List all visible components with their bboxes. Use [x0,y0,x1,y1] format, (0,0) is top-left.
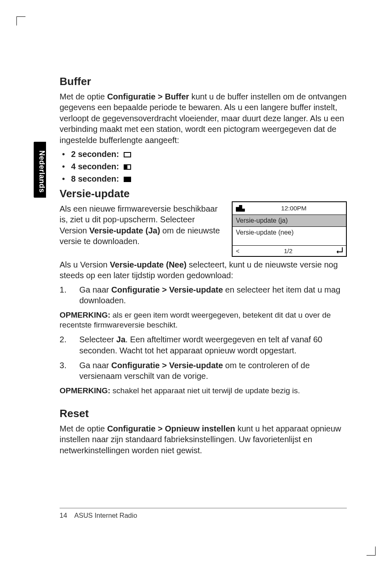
step-path: Configuratie > Versie-update [111,361,223,370]
buffer-path: Configuratie > Buffer [107,92,189,101]
screen-row: Versie-update (nee) [233,227,346,246]
text: Ga naar [79,361,111,370]
screen-back: < [236,247,240,254]
buffer-empty-icon [124,152,131,157]
buffer-label: 4 seconden: [71,162,119,171]
buffer-full-icon [124,177,131,182]
step-3: Ga naar Configuratie > Versie-update om … [60,360,347,382]
buffer-list: 2 seconden: 4 seconden: 8 seconden: [60,148,347,185]
note-1: OPMERKING: als er geen item wordt weerge… [60,310,347,330]
text: schakel het apparaat niet uit terwijl de… [111,386,300,395]
language-tab: Nederlands [34,142,46,198]
screen-row-selected: Versie-update (ja) [233,214,346,227]
version-steps-2: Selecteer Ja. Een afteltimer wordt weerg… [60,334,347,382]
buffer-heading: Buffer [60,75,347,88]
buffer-label: 2 seconden: [71,150,119,159]
screen-time: 12:00PM [245,205,343,212]
text: Ga naar [79,285,111,294]
buffer-item-8s: 8 seconden: [60,173,347,185]
version-nee-bold: Versie-update (Nee) [110,260,187,269]
crop-mark-br [367,547,376,556]
text: Selecteer [79,335,116,344]
buffer-label: 8 seconden: [71,174,119,183]
page-number: 14 [60,512,73,519]
buffer-item-2s: 2 seconden: [60,148,347,160]
page-content: Nederlands Buffer Met de optie Configura… [60,64,347,519]
version-ja-bold: Versie-update (Ja) [89,226,160,235]
reset-heading: Reset [60,407,347,420]
text: Met de optie [60,424,107,433]
buffer-intro: Met de optie Configuratie > Buffer kunt … [60,91,347,145]
note-label: OPMERKING: [60,311,111,319]
step-ja: Ja [116,335,125,344]
buffer-item-4s: 4 seconden: [60,160,347,173]
enter-icon [337,247,343,254]
version-steps-1: Ga naar Configuratie > Versie-update en … [60,284,347,306]
screen-page: 1/2 [240,247,337,254]
note-2: OPMERKING: schakel het apparaat niet uit… [60,386,347,396]
version-nee-text: Als u Version Versie-update (Nee) select… [60,259,347,281]
step-2: Selecteer Ja. Een afteltimer wordt weerg… [60,334,347,356]
step-path: Configuratie > Versie-update [111,285,223,294]
network-icon [236,205,245,212]
screen-statusbar: 12:00PM [233,202,346,214]
device-screen: 12:00PM Versie-update (ja) Versie-update… [232,201,347,257]
screen-footer: < 1/2 [233,246,346,256]
reset-path: Configuratie > Opnieuw instellen [107,424,235,433]
step-1: Ga naar Configuratie > Versie-update en … [60,284,347,306]
crop-mark-tl [16,16,25,25]
page-footer: 14 ASUS Internet Radio [60,508,347,519]
text: Als u Version [60,260,110,269]
note-label: OPMERKING: [60,386,111,395]
text: Met de optie [60,92,107,101]
buffer-half-icon [124,164,131,170]
version-heading: Versie-update [60,187,224,200]
reset-text: Met de optie Configuratie > Opnieuw inst… [60,423,347,456]
version-intro: Als een nieuwe firmwareversie beschikbaa… [60,203,224,247]
footer-title: ASUS Internet Radio [74,512,137,519]
